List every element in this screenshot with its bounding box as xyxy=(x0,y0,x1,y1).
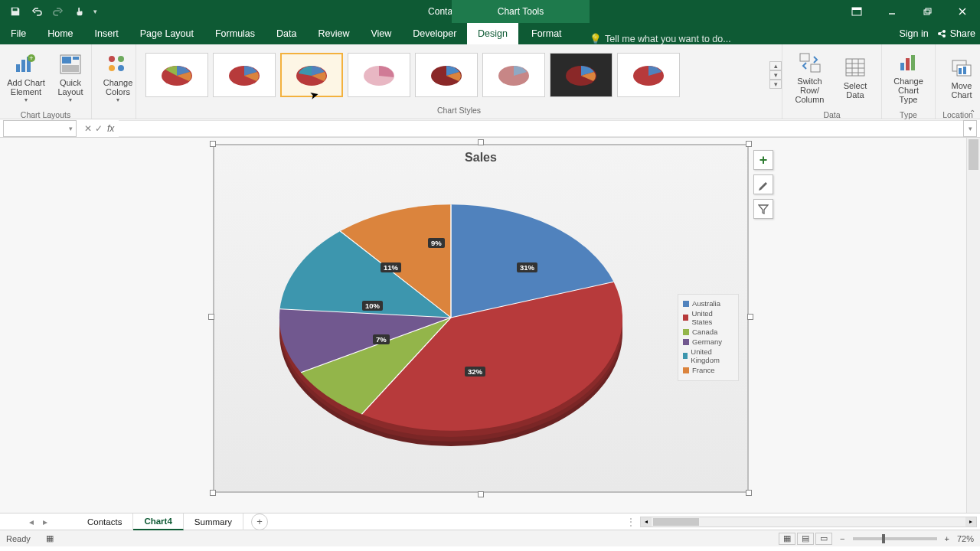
add-sheet-button[interactable]: + xyxy=(251,514,268,530)
chart-style-5[interactable] xyxy=(415,53,478,97)
chart-legend[interactable]: Australia United States Canada Germany U… xyxy=(678,294,739,381)
svg-rect-29 xyxy=(800,54,809,61)
move-chart-icon xyxy=(949,55,974,80)
svg-rect-4 xyxy=(926,8,931,13)
tab-developer[interactable]: Developer xyxy=(402,23,467,44)
chart-filters-button[interactable] xyxy=(753,199,773,219)
share-button[interactable]: Share xyxy=(936,28,975,39)
redo-icon[interactable] xyxy=(51,4,66,19)
minimize-icon[interactable] xyxy=(874,0,910,23)
chart-style-6[interactable] xyxy=(482,53,545,97)
selection-handle[interactable] xyxy=(210,490,216,496)
svg-rect-14 xyxy=(62,57,71,64)
chart-style-4[interactable] xyxy=(348,53,410,97)
tab-design[interactable]: Design xyxy=(467,23,518,44)
selection-handle[interactable] xyxy=(208,314,214,320)
chart-title[interactable]: Sales xyxy=(214,145,748,165)
tab-review[interactable]: Review xyxy=(307,23,360,44)
context-tab-header: Chart Tools xyxy=(452,0,590,23)
formula-bar-expand-icon[interactable]: ▾ xyxy=(963,120,977,137)
chart-style-8[interactable] xyxy=(617,53,680,97)
data-label-germany: 10% xyxy=(362,301,383,311)
quick-layout-button[interactable]: Quick Layout xyxy=(51,47,90,107)
chart-style-7[interactable] xyxy=(550,53,612,97)
group-label-chart-layouts: Chart Layouts xyxy=(0,110,91,119)
sign-in-link[interactable]: Sign in xyxy=(899,28,928,39)
view-page-break-icon[interactable]: ▭ xyxy=(815,533,832,545)
change-colors-button[interactable]: Change Colors xyxy=(98,47,138,107)
svg-rect-34 xyxy=(911,55,915,70)
selection-handle[interactable] xyxy=(746,490,752,496)
zoom-in-button[interactable]: + xyxy=(945,534,949,543)
fx-icon[interactable]: fx xyxy=(107,123,114,134)
tab-data[interactable]: Data xyxy=(266,23,307,44)
undo-icon[interactable] xyxy=(29,4,44,19)
vertical-scrollbar[interactable] xyxy=(966,138,980,513)
svg-rect-1 xyxy=(852,8,861,10)
tab-insert[interactable]: Insert xyxy=(84,23,129,44)
horizontal-scrollbar[interactable]: ◂ ▸ xyxy=(640,517,977,527)
move-chart-button[interactable]: Move Chart xyxy=(942,47,980,107)
tell-me-search[interactable]: 💡Tell me what you want to do... xyxy=(590,33,731,44)
tab-format[interactable]: Format xyxy=(521,23,573,44)
ribbon-display-icon[interactable] xyxy=(839,0,874,23)
pie-chart[interactable]: 31% 32% 7% 10% 11% 9% xyxy=(275,172,627,478)
select-data-button[interactable]: Select Data xyxy=(835,47,875,107)
formula-bar[interactable] xyxy=(119,120,963,137)
chart-style-2[interactable] xyxy=(213,53,276,97)
collapse-ribbon-icon[interactable]: ⌃ xyxy=(969,109,975,117)
change-chart-type-button[interactable]: Change Chart Type xyxy=(888,47,929,107)
gallery-scroll-up-icon[interactable]: ▴ xyxy=(769,61,782,70)
selection-handle[interactable] xyxy=(478,139,484,145)
tab-view[interactable]: View xyxy=(360,23,402,44)
data-label-canada: 7% xyxy=(373,334,390,344)
tab-file[interactable]: File xyxy=(0,23,37,44)
restore-icon[interactable] xyxy=(910,0,945,23)
svg-rect-15 xyxy=(73,57,79,60)
save-icon[interactable] xyxy=(8,4,23,19)
group-label-type: Type xyxy=(882,110,935,119)
sheet-tab-summary[interactable]: Summary xyxy=(184,514,243,530)
add-chart-element-button[interactable]: + Add Chart Element xyxy=(6,47,46,107)
svg-rect-33 xyxy=(906,58,910,70)
change-colors-icon xyxy=(106,52,130,77)
macro-record-icon[interactable]: ▦ xyxy=(46,533,54,543)
close-icon[interactable] xyxy=(945,0,980,23)
tab-page-layout[interactable]: Page Layout xyxy=(129,23,204,44)
cancel-formula-icon[interactable]: ✕ xyxy=(84,123,92,134)
tab-home[interactable]: Home xyxy=(37,23,83,44)
zoom-level[interactable]: 72% xyxy=(957,534,974,543)
view-normal-icon[interactable]: ▦ xyxy=(779,533,795,545)
selection-handle[interactable] xyxy=(747,314,753,320)
sheet-nav-next-icon[interactable]: ▸ xyxy=(43,517,47,527)
selection-handle[interactable] xyxy=(210,141,216,147)
name-box[interactable]: ▾ xyxy=(3,120,77,137)
tab-formulas[interactable]: Formulas xyxy=(204,23,266,44)
selection-handle[interactable] xyxy=(746,141,752,147)
status-ready: Ready xyxy=(6,534,31,543)
selection-handle[interactable] xyxy=(478,491,484,497)
data-label-us: 32% xyxy=(465,367,485,377)
svg-rect-38 xyxy=(963,67,966,74)
group-label-data: Data xyxy=(782,110,881,119)
switch-row-column-button[interactable]: Switch Row/ Column xyxy=(789,47,831,107)
gallery-more-icon[interactable]: ▾ xyxy=(769,80,782,89)
chart-object[interactable]: Sales xyxy=(213,144,749,493)
svg-point-17 xyxy=(109,56,115,62)
touch-mode-icon[interactable] xyxy=(72,4,87,19)
zoom-out-button[interactable]: − xyxy=(840,534,844,543)
chart-elements-button[interactable]: + xyxy=(753,150,773,170)
sheet-tab-contacts[interactable]: Contacts xyxy=(77,514,133,530)
svg-rect-8 xyxy=(16,64,20,72)
qat-dropdown-icon[interactable]: ▾ xyxy=(93,8,97,15)
sheet-tab-chart4[interactable]: Chart4 xyxy=(133,514,183,530)
chart-styles-button[interactable] xyxy=(753,174,773,194)
svg-rect-37 xyxy=(959,68,962,74)
enter-formula-icon[interactable]: ✓ xyxy=(95,123,103,134)
chart-style-1[interactable] xyxy=(145,53,208,97)
gallery-scroll-down-icon[interactable]: ▾ xyxy=(769,70,782,80)
zoom-slider[interactable] xyxy=(853,537,937,540)
sheet-nav-prev-icon[interactable]: ◂ xyxy=(29,517,34,527)
view-page-layout-icon[interactable]: ▤ xyxy=(797,533,814,545)
svg-text:+: + xyxy=(29,54,33,62)
